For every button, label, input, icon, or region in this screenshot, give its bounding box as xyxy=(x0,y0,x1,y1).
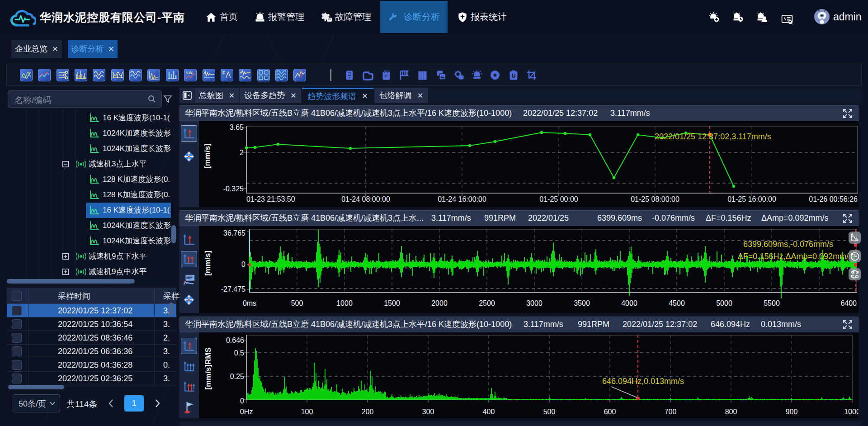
svg-text:01-23 21:53:50: 01-23 21:53:50 xyxy=(246,195,295,203)
svg-text:400: 400 xyxy=(483,408,495,416)
svg-text:4000: 4000 xyxy=(621,299,637,307)
svg-text:ΔF=0.156Hz,ΔAmp=0.092mm/s: ΔF=0.156Hz,ΔAmp=0.092mm/s xyxy=(738,252,853,261)
svg-text:1000: 1000 xyxy=(844,408,859,416)
svg-text:3.65: 3.65 xyxy=(230,123,244,131)
svg-text:0.25: 0.25 xyxy=(230,373,244,380)
svg-text:4500: 4500 xyxy=(669,299,685,307)
svg-text:1500: 1500 xyxy=(384,299,400,307)
svg-text:01-24 08:00:00: 01-24 08:00:00 xyxy=(341,195,390,203)
svg-text:500: 500 xyxy=(543,408,556,416)
svg-text:[mm/s]: [mm/s] xyxy=(203,251,212,276)
svg-text:0: 0 xyxy=(241,260,245,268)
svg-text:100: 100 xyxy=(301,408,313,416)
svg-text:LW: LW xyxy=(186,71,193,75)
svg-text:36.765: 36.765 xyxy=(223,229,245,237)
svg-text:1000: 1000 xyxy=(336,299,353,307)
svg-text:[mm/s]RMS: [mm/s]RMS xyxy=(204,347,212,390)
svg-text:3000: 3000 xyxy=(526,299,542,307)
svg-text:300: 300 xyxy=(422,408,434,416)
svg-text:5500: 5500 xyxy=(764,299,780,307)
svg-text:-27.475: -27.475 xyxy=(221,285,245,293)
svg-text:0: 0 xyxy=(240,397,244,405)
svg-text:0.646: 0.646 xyxy=(226,336,244,344)
svg-text:2500: 2500 xyxy=(479,299,495,307)
svg-text:0Hz: 0Hz xyxy=(240,408,253,416)
svg-text:0.5: 0.5 xyxy=(234,349,244,357)
svg-text:F: F xyxy=(222,71,225,76)
svg-text:700: 700 xyxy=(665,408,677,416)
svg-text:600: 600 xyxy=(604,408,616,416)
svg-text:01-25 16:00:00: 01-25 16:00:00 xyxy=(727,195,776,203)
svg-text:6400: 6400 xyxy=(840,299,857,307)
svg-text:01-26 00:56:26: 01-26 00:56:26 xyxy=(809,195,858,203)
svg-text:01-25 08:00:00: 01-25 08:00:00 xyxy=(631,195,679,203)
svg-text:-0.325: -0.325 xyxy=(223,185,244,193)
svg-text:2022/01/25 12:37:02,3.117mm/s: 2022/01/25 12:37:02,3.117mm/s xyxy=(655,132,771,141)
svg-text:5000: 5000 xyxy=(716,299,732,307)
svg-text:900: 900 xyxy=(786,408,798,416)
svg-text:200: 200 xyxy=(362,408,374,416)
svg-text:01-24 16:00:00: 01-24 16:00:00 xyxy=(438,195,486,203)
svg-text:646.094Hz,0.013mm/s: 646.094Hz,0.013mm/s xyxy=(602,377,684,386)
svg-text:[mm/s]: [mm/s] xyxy=(203,143,212,169)
svg-text:2000: 2000 xyxy=(431,299,448,307)
svg-text:6399.609ms,-0.076mm/s: 6399.609ms,-0.076mm/s xyxy=(743,240,833,249)
svg-text:500: 500 xyxy=(291,299,303,307)
svg-text:01-25 00:00: 01-25 00:00 xyxy=(539,195,578,203)
svg-text:800: 800 xyxy=(725,408,737,416)
svg-text:2: 2 xyxy=(240,149,244,156)
svg-text:3500: 3500 xyxy=(574,299,590,307)
svg-text:0ms: 0ms xyxy=(243,299,256,307)
